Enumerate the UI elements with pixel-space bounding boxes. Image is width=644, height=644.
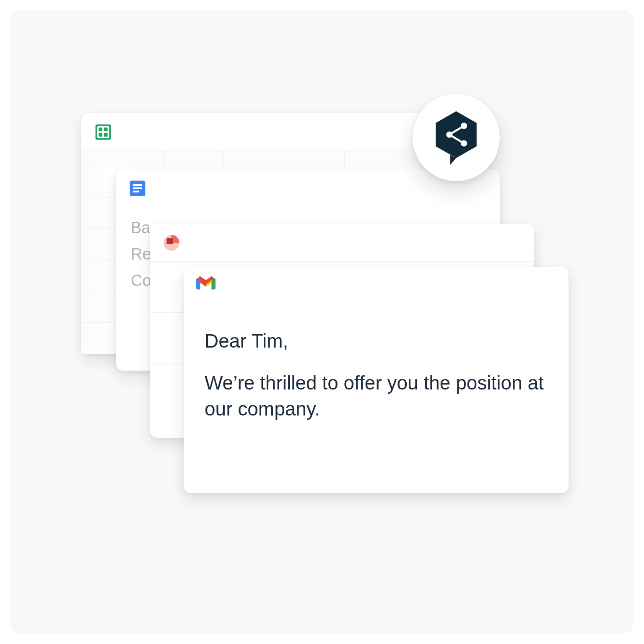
google-docs-icon — [128, 179, 147, 197]
svg-rect-5 — [133, 184, 142, 185]
slides-header — [150, 224, 534, 262]
gmail-icon — [196, 276, 215, 295]
email-body: Dear Tim, We’re thrilled to offer you th… — [184, 304, 569, 454]
sheets-column-headers — [81, 151, 465, 166]
google-slides-icon — [163, 234, 180, 252]
svg-rect-6 — [133, 187, 142, 189]
gmail-header — [184, 267, 569, 304]
svg-rect-7 — [133, 190, 139, 192]
canvas: Ba Re Co — [10, 10, 634, 634]
svg-rect-9 — [166, 238, 173, 244]
share-badge — [413, 94, 500, 181]
email-greeting: Dear Tim, — [205, 328, 548, 354]
google-sheets-icon — [94, 123, 112, 141]
gmail-card: Dear Tim, We’re thrilled to offer you th… — [184, 267, 569, 493]
share-hex-icon — [431, 110, 481, 165]
email-text: We’re thrilled to offer you the position… — [205, 370, 548, 422]
sheets-header — [81, 113, 465, 151]
